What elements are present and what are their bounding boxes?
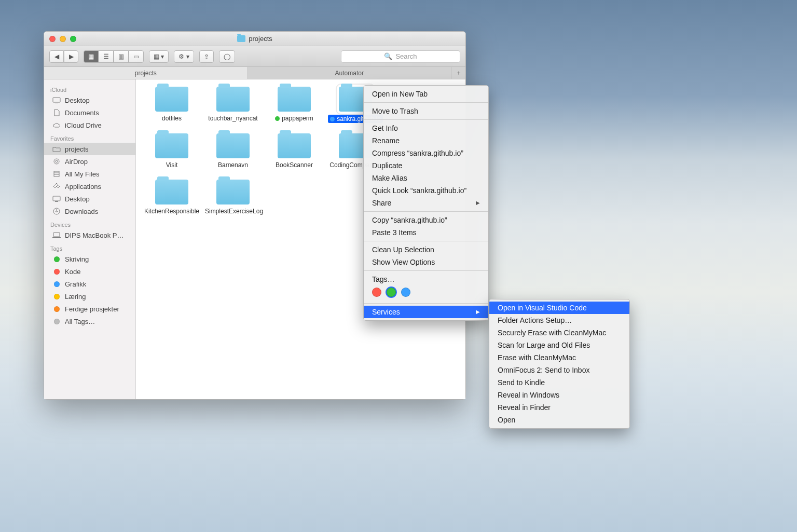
menu-item-make-alias[interactable]: Make Alias xyxy=(364,172,488,184)
tag-dot-icon xyxy=(275,116,280,121)
arrange-button[interactable]: ▦ ▾ xyxy=(149,50,169,63)
sidebar-item-dips-macbook-p-[interactable]: DIPS MacBook P… xyxy=(44,229,135,241)
sidebar-item-applications[interactable]: Applications xyxy=(44,180,135,193)
toolbar: ◀ ▶ ▦ ☰ ▥ ▭ ▦ ▾ ⚙ ▾ ⇪ ◯ 🔍 Search xyxy=(44,46,465,67)
file-item[interactable]: Barnenavn xyxy=(202,133,264,169)
submenu-item-open[interactable]: Open xyxy=(489,414,629,426)
close-icon[interactable] xyxy=(49,36,56,42)
file-label: SimplestExerciseLog xyxy=(205,208,261,215)
forward-button[interactable]: ▶ xyxy=(64,50,78,63)
menu-item-label: Get Info xyxy=(372,123,398,133)
sidebar-item-downloads[interactable]: Downloads xyxy=(44,205,135,217)
menu-item-services[interactable]: Services▶ xyxy=(364,306,488,318)
file-item[interactable]: BookScanner xyxy=(264,133,325,169)
tab-projects[interactable]: projects xyxy=(44,67,248,79)
menu-item-label: Move to Trash xyxy=(372,106,418,116)
menu-item-copy-sankra-github-io-[interactable]: Copy “sankra.github.io” xyxy=(364,214,488,226)
action-button[interactable]: ⚙ ▾ xyxy=(174,50,194,63)
folder-icon xyxy=(216,87,250,112)
sidebar-item-icloud-drive[interactable]: iCloud Drive xyxy=(44,119,135,131)
window-title: projects xyxy=(44,35,465,43)
submenu-item-securely-erase-with-cleanmymac[interactable]: Securely Erase with CleanMyMac xyxy=(489,326,629,339)
sidebar-item-all-my-files[interactable]: All My Files xyxy=(44,168,135,180)
submenu-item-omnifocus-2-send-to-inbox[interactable]: OmniFocus 2: Send to Inbox xyxy=(489,364,629,376)
tag-icon xyxy=(52,255,61,263)
sidebar-item-label: All My Files xyxy=(65,170,99,178)
icon-view-button[interactable]: ▦ xyxy=(84,50,99,63)
file-item[interactable]: touchbar_nyancat xyxy=(202,87,264,123)
menu-item-duplicate[interactable]: Duplicate xyxy=(364,159,488,172)
menu-item-label: Services xyxy=(372,307,400,317)
menu-item-compress-sankra-github-io-[interactable]: Compress “sankra.github.io” xyxy=(364,147,488,159)
submenu-item-label: Open in Visual Studio Code xyxy=(498,303,587,313)
file-label: BookScanner xyxy=(276,161,313,169)
tab-bar: projects Automator ＋ xyxy=(44,67,465,79)
menu-item-label: Make Alias xyxy=(372,173,407,183)
menu-item-tags-[interactable]: Tags… xyxy=(364,273,488,285)
submenu-item-scan-for-large-and-old-files[interactable]: Scan for Large and Old Files xyxy=(489,339,629,351)
tag-color-dot[interactable] xyxy=(387,288,396,297)
folder-icon xyxy=(216,133,250,158)
menu-item-paste-3-items[interactable]: Paste 3 Items xyxy=(364,226,488,239)
list-view-button[interactable]: ☰ xyxy=(99,50,114,63)
gallery-view-button[interactable]: ▭ xyxy=(129,50,144,63)
submenu-item-erase-with-cleanmymac[interactable]: Erase with CleanMyMac xyxy=(489,351,629,364)
sidebar-item-desktop[interactable]: Desktop xyxy=(44,193,135,205)
file-item[interactable]: SimplestExerciseLog xyxy=(202,180,264,215)
view-buttons: ▦ ☰ ▥ ▭ xyxy=(84,50,144,63)
edit-tags-button[interactable]: ◯ xyxy=(219,50,235,63)
submenu-item-label: Reveal in Finder xyxy=(498,402,551,413)
folder-icon xyxy=(52,145,61,153)
sidebar-item-label: Desktop xyxy=(65,97,90,104)
folder-icon xyxy=(237,35,245,42)
tag-icon xyxy=(52,293,61,300)
tag-color-dot[interactable] xyxy=(372,288,381,297)
menu-item-clean-up-selection[interactable]: Clean Up Selection xyxy=(364,243,488,256)
submenu-item-folder-actions-setup-[interactable]: Folder Actions Setup… xyxy=(489,314,629,326)
sidebar-item-airdrop[interactable]: AirDrop xyxy=(44,155,135,168)
tab-automator[interactable]: Automator xyxy=(248,67,451,79)
minimize-icon[interactable] xyxy=(60,36,66,42)
file-item[interactable]: pappaperm xyxy=(264,87,325,123)
apps-icon xyxy=(52,183,61,190)
menu-item-move-to-trash[interactable]: Move to Trash xyxy=(364,105,488,117)
submenu-item-reveal-in-finder[interactable]: Reveal in Finder xyxy=(489,401,629,414)
sidebar-item-grafikk[interactable]: Grafikk xyxy=(44,278,135,290)
sidebar-item-documents[interactable]: Documents xyxy=(44,106,135,119)
new-tab-button[interactable]: ＋ xyxy=(451,67,465,79)
tag-color-dot[interactable] xyxy=(401,288,410,297)
column-view-button[interactable]: ▥ xyxy=(114,50,129,63)
zoom-icon[interactable] xyxy=(70,36,76,42)
search-icon: 🔍 xyxy=(384,52,392,60)
services-submenu: Open in Visual Studio CodeFolder Actions… xyxy=(489,299,630,429)
share-button[interactable]: ⇪ xyxy=(199,50,214,63)
file-item[interactable]: Visit xyxy=(141,133,202,169)
menu-item-quick-look-sankra-github-io-[interactable]: Quick Look “sankra.github.io” xyxy=(364,184,488,197)
sidebar-item-skriving[interactable]: Skriving xyxy=(44,253,135,265)
sidebar-item-desktop[interactable]: Desktop xyxy=(44,94,135,106)
sidebar-item-ferdige-prosjekter[interactable]: Ferdige prosjekter xyxy=(44,303,135,315)
submenu-item-reveal-in-windows[interactable]: Reveal in Windows xyxy=(489,389,629,401)
search-placeholder: Search xyxy=(395,52,417,60)
sidebar-item-l-ring[interactable]: Læring xyxy=(44,290,135,303)
sidebar-item-projects[interactable]: projects xyxy=(44,143,135,155)
submenu-item-open-in-visual-studio-code[interactable]: Open in Visual Studio Code xyxy=(489,302,629,314)
sidebar-item-kode[interactable]: Kode xyxy=(44,265,135,278)
folder-icon xyxy=(155,133,188,158)
file-item[interactable]: KitchenResponsible xyxy=(141,180,202,215)
file-item[interactable]: dotfiles xyxy=(141,87,202,123)
titlebar: projects xyxy=(44,32,465,46)
sidebar-item-all-tags-[interactable]: All Tags… xyxy=(44,315,135,328)
menu-item-share[interactable]: Share▶ xyxy=(364,197,488,209)
sidebar-item-label: projects xyxy=(65,145,89,153)
menu-item-get-info[interactable]: Get Info xyxy=(364,122,488,134)
submenu-item-send-to-kindle[interactable]: Send to Kindle xyxy=(489,376,629,389)
menu-item-show-view-options[interactable]: Show View Options xyxy=(364,256,488,268)
menu-separator xyxy=(364,102,488,103)
menu-separator xyxy=(364,303,488,304)
menu-item-rename[interactable]: Rename xyxy=(364,134,488,147)
menu-item-open-in-new-tab[interactable]: Open in New Tab xyxy=(364,88,488,100)
back-button[interactable]: ◀ xyxy=(49,50,64,63)
search-field[interactable]: 🔍 Search xyxy=(341,50,460,63)
menu-separator xyxy=(364,270,488,271)
